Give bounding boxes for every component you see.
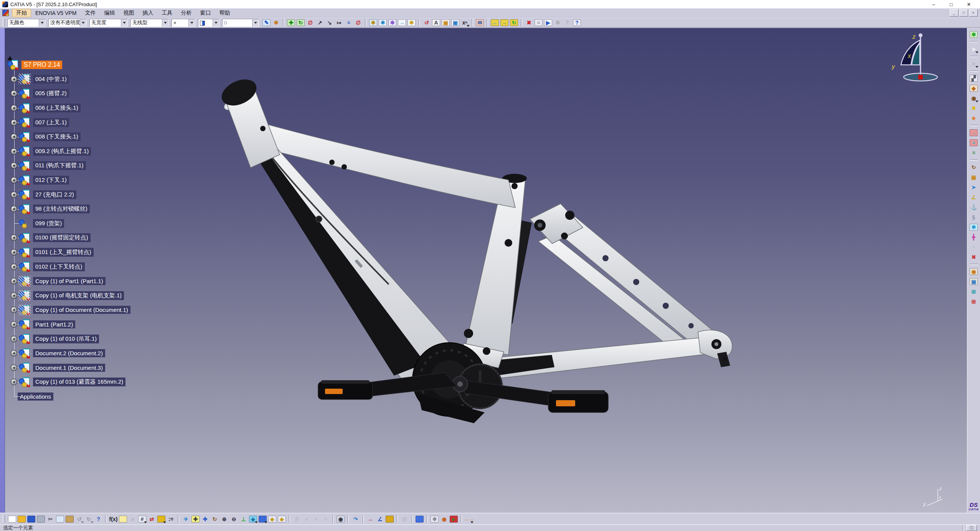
maximize-button[interactable]: □ [942, 0, 960, 8]
format-page-icon[interactable]: A [431, 18, 441, 27]
tree-item-label[interactable]: 005 (摇臂.2) [33, 89, 69, 98]
print-icon[interactable] [36, 515, 46, 524]
fly-rotate-icon[interactable]: ↻ [296, 18, 305, 27]
part-icon[interactable] [19, 103, 30, 113]
update-box-icon[interactable]: ✱ [969, 223, 978, 232]
tree-item-label[interactable]: 0100 (摇臂固定转点) [33, 233, 91, 242]
layer-combo[interactable] [198, 19, 219, 27]
tree-item-label[interactable]: 012 (下叉.1) [33, 176, 69, 185]
part-icon[interactable] [19, 175, 30, 185]
zoom-in-icon[interactable]: ⊕ [219, 515, 229, 524]
part-icon[interactable] [19, 233, 30, 243]
update-gears-icon[interactable]: ✱ [969, 30, 978, 39]
line-type-combo[interactable]: 无线型 [130, 19, 169, 27]
smart-move-icon[interactable]: ★ [969, 114, 978, 123]
part-icon[interactable] [19, 276, 30, 286]
open-cyan-icon[interactable]: ← [490, 18, 500, 27]
expand-icon[interactable]: + [11, 364, 17, 371]
expand-icon[interactable]: + [11, 278, 17, 284]
tree-item[interactable]: 099 (货架) [5, 216, 130, 231]
expand-icon[interactable]: + [11, 350, 17, 356]
menu-item-4[interactable]: 视图 [119, 9, 138, 17]
expand-icon[interactable]: + [11, 76, 17, 82]
part-icon[interactable] [19, 262, 30, 272]
multi-select-icon[interactable]: ➤ [969, 59, 978, 68]
kinematics-arrows-icon[interactable]: →→ [464, 515, 474, 524]
part-icon[interactable] [19, 190, 30, 200]
component-icon[interactable] [19, 218, 30, 228]
mail-parts-icon[interactable]: ✉ [475, 18, 485, 27]
catalog-book-icon[interactable] [415, 515, 424, 524]
tree-item[interactable]: +007 (上叉.1) [5, 115, 130, 130]
normal-view-icon[interactable]: ⊥ [239, 515, 248, 524]
tree-item-label[interactable]: 0102 (上下叉转点) [33, 262, 85, 271]
render-style-icon[interactable] [258, 515, 267, 524]
tree-item[interactable]: +0101 (上叉_摇臂转点) [5, 245, 130, 260]
expand-icon[interactable]: + [11, 177, 17, 183]
part-icon[interactable] [19, 132, 30, 142]
line-width-combo[interactable]: 无宽度 [89, 19, 128, 27]
tree-item[interactable]: +009.2 (钩爪上摇臂.1) [5, 144, 130, 159]
new-document-icon[interactable] [7, 515, 17, 524]
named-view-2-icon[interactable]: ◆ [277, 515, 287, 524]
toolbar-handle[interactable] [3, 515, 5, 523]
tree-item[interactable]: +Copy (1) of 013 (避震器 165mm.2) [5, 375, 130, 389]
tree-item[interactable]: +Document.2 (Document.2) [5, 346, 130, 361]
mechanism-icon[interactable]: ╋ [969, 233, 978, 242]
cut-icon[interactable]: ✂ [46, 515, 55, 524]
save-green-icon[interactable]: → [500, 18, 509, 27]
equivalent-dimensions-icon[interactable]: := [166, 515, 176, 524]
tree-swap-icon[interactable]: ⇄ [147, 515, 157, 524]
menu-item-8[interactable]: 窗口 [196, 9, 215, 17]
page-copy-icon[interactable]: ▣ [441, 18, 450, 27]
menu-item-9[interactable]: 帮助 [215, 9, 234, 17]
expand-icon[interactable]: + [11, 191, 17, 198]
tree-item-label[interactable]: 008 (下叉接头.1) [33, 132, 81, 141]
knowledge-gear-1-icon[interactable]: ✱ [368, 18, 378, 27]
part-icon[interactable] [19, 117, 30, 127]
menu-item-3[interactable]: 编辑 [100, 9, 119, 17]
tree-root-label[interactable]: S7 PRO 2.14 [21, 61, 62, 69]
menu-item-0[interactable]: 开始 [12, 9, 31, 17]
page-window-icon[interactable]: ▣ [450, 18, 460, 27]
scene-camera-icon[interactable]: ◉ [969, 267, 978, 276]
tree-item-label[interactable]: 27 (充电口 2.2) [33, 190, 76, 199]
expand-icon[interactable]: + [11, 336, 17, 342]
tree-item-label[interactable]: Copy (1) of Part1 (Part1.1) [33, 277, 106, 285]
tree-item[interactable]: +0102 (上下叉转点) [5, 259, 130, 274]
graph-tree-2-icon[interactable]: ⊞ [969, 297, 978, 306]
render-layer-combo[interactable]: 0 [222, 19, 259, 27]
bike-frame-model[interactable] [5, 28, 967, 513]
graph-tree-1-icon[interactable]: ⊞ [969, 287, 978, 296]
expand-icon[interactable]: + [11, 148, 17, 155]
tree-item-label[interactable]: Copy (1) of Document (Document.1) [33, 306, 130, 314]
mdi-minimize-button[interactable]: _ [950, 9, 959, 16]
tree-item-label[interactable]: Applications [18, 392, 53, 401]
menu-item-1[interactable]: ENOVIA V5 VPM [31, 9, 81, 17]
tree-item-label[interactable]: Part1 (Part1.2) [33, 320, 75, 328]
tree-item[interactable]: +98 (主转点对锁螺丝) [5, 202, 130, 216]
part-icon[interactable] [19, 89, 30, 99]
hide-show-icon[interactable]: ▞ [969, 74, 978, 83]
tree-item[interactable]: +Copy (1) of 电机支架 (电机支架.1) [5, 289, 130, 303]
expand-icon[interactable]: + [11, 292, 17, 299]
product-document-icon[interactable] [2, 10, 9, 16]
tree-item-label[interactable]: Document.1 (Document.3) [33, 364, 105, 372]
formula-icon[interactable]: f(x) [109, 515, 118, 524]
transparency-combo[interactable]: 没有不透明度 [48, 19, 87, 27]
3d-viewport[interactable]: z y x z y x S7 PRO 2.14+004 (中管.1)+005 (… [5, 28, 967, 513]
tree-item[interactable]: +Copy (1) of Part1 (Part1.1) [5, 274, 130, 289]
tree-item-label[interactable]: 0101 (上叉_摇臂转点) [33, 248, 94, 257]
fly-prohibit-icon[interactable]: ∅ [305, 18, 315, 27]
part-icon[interactable] [19, 305, 30, 315]
manipulate-icon[interactable]: ◆ [969, 84, 978, 93]
expand-icon[interactable]: + [11, 90, 17, 97]
tree-item[interactable]: +Copy (1) of 010 (吊耳.1) [5, 331, 130, 346]
arrow-minus-icon[interactable]: ↘ [325, 18, 334, 27]
part-icon[interactable] [19, 74, 30, 84]
painter-wizard-icon[interactable]: ✱ [271, 18, 281, 27]
tree-item-label[interactable]: 004 (中管.1) [33, 75, 69, 84]
iso-view-icon[interactable]: ◆ [248, 515, 258, 524]
part-icon[interactable] [19, 161, 30, 171]
view-compass[interactable]: z y x [884, 30, 942, 87]
